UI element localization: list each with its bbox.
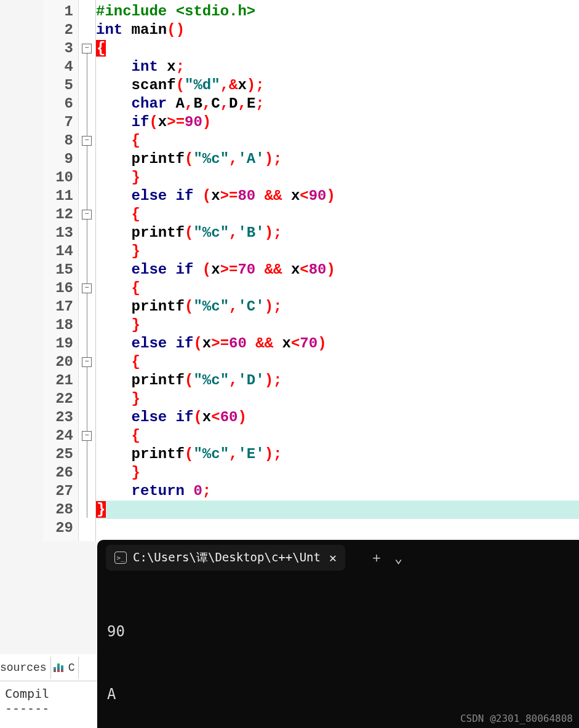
code-line[interactable]: printf("%c",'E'); — [96, 445, 579, 464]
terminal-body[interactable]: 90 A -------------------------------- Pr… — [97, 576, 579, 728]
chevron-down-icon[interactable]: ⌄ — [394, 550, 402, 566]
fold-toggle-icon[interactable]: − — [82, 210, 92, 220]
line-number: 18 — [43, 316, 78, 334]
plus-icon[interactable]: ＋ — [370, 548, 383, 567]
code-line[interactable]: else if(x>=60 && x<70) — [96, 334, 579, 353]
terminal-tab[interactable]: >_ C:\Users\谭\Desktop\c++\Unt ✕ — [106, 545, 345, 571]
code-editor[interactable]: 1234567891011121314151617181920212223242… — [0, 0, 579, 541]
terminal-titlebar[interactable]: >_ C:\Users\谭\Desktop\c++\Unt ✕ ＋ ⌄ — [97, 540, 579, 576]
fold-column[interactable]: −−−−−− — [79, 0, 96, 541]
code-line[interactable]: } — [96, 464, 579, 482]
code-line[interactable]: { — [96, 205, 579, 224]
terminal-output-line: A — [107, 684, 569, 705]
code-line[interactable]: int main() — [96, 21, 579, 39]
line-number: 2 — [43, 21, 78, 39]
line-number: 19 — [43, 334, 78, 353]
code-line[interactable]: char A,B,C,D,E; — [96, 95, 579, 113]
code-line[interactable]: else if (x>=70 && x<80) — [96, 261, 579, 279]
code-line[interactable]: { — [96, 279, 579, 298]
code-line[interactable]: printf("%c",'A'); — [96, 150, 579, 168]
line-number: 15 — [43, 261, 78, 279]
terminal-input-line: 90 — [107, 621, 569, 642]
code-line[interactable]: else if (x>=80 && x<90) — [96, 187, 579, 205]
watermark: CSDN @2301_80064808 — [460, 713, 573, 724]
line-number: 24 — [43, 427, 78, 445]
line-number: 5 — [43, 76, 78, 95]
tab-compile-label: C — [68, 662, 75, 674]
code-line[interactable] — [96, 519, 579, 537]
tab-compile-log[interactable]: C — [51, 657, 79, 679]
line-number: 20 — [43, 353, 78, 371]
code-line[interactable]: printf("%c",'B'); — [96, 224, 579, 242]
terminal-icon: >_ — [114, 552, 127, 564]
line-number: 23 — [43, 408, 78, 427]
code-line[interactable]: { — [96, 39, 579, 58]
code-line[interactable]: { — [96, 427, 579, 445]
line-number: 14 — [43, 242, 78, 261]
line-number: 27 — [43, 482, 78, 501]
line-number: 4 — [43, 58, 78, 76]
close-icon[interactable]: ✕ — [329, 550, 337, 565]
compiler-panel: Compil ------ — [0, 681, 97, 721]
line-number: 25 — [43, 445, 78, 464]
code-line[interactable]: } — [96, 168, 579, 187]
line-number: 26 — [43, 464, 78, 482]
bottom-panel: sources C Compil ------ — [0, 654, 97, 728]
compiler-dashes: ------ — [5, 701, 92, 716]
line-number: 17 — [43, 298, 78, 316]
code-line[interactable]: else if(x<60) — [96, 408, 579, 427]
code-line[interactable]: } — [96, 316, 579, 334]
code-line[interactable]: } — [96, 242, 579, 261]
line-number-gutter: 1234567891011121314151617181920212223242… — [43, 0, 79, 541]
code-line[interactable]: { — [96, 353, 579, 371]
line-number: 12 — [43, 205, 78, 224]
barchart-icon — [51, 663, 66, 672]
code-line[interactable]: printf("%c",'D'); — [96, 371, 579, 390]
fold-toggle-icon[interactable]: − — [82, 136, 92, 146]
line-number: 10 — [43, 168, 78, 187]
line-number: 11 — [43, 187, 78, 205]
code-line[interactable]: } — [96, 390, 579, 408]
compiler-panel-label: Compil — [5, 686, 92, 701]
tab-sources[interactable]: sources — [0, 657, 51, 679]
line-number: 8 — [43, 132, 78, 150]
left-margin — [0, 0, 43, 541]
fold-toggle-icon[interactable]: − — [82, 431, 92, 441]
fold-toggle-icon[interactable]: − — [82, 357, 92, 367]
line-number: 16 — [43, 279, 78, 298]
code-line[interactable]: int x; — [96, 58, 579, 76]
line-number: 29 — [43, 519, 78, 537]
line-number: 13 — [43, 224, 78, 242]
terminal-tab-title: C:\Users\谭\Desktop\c++\Unt — [133, 550, 321, 566]
line-number: 21 — [43, 371, 78, 390]
fold-toggle-icon[interactable]: − — [82, 44, 92, 53]
fold-toggle-icon[interactable]: − — [82, 283, 92, 293]
line-number: 22 — [43, 390, 78, 408]
code-line[interactable]: #include <stdio.h> — [96, 2, 579, 21]
line-number: 6 — [43, 95, 78, 113]
terminal-window[interactable]: >_ C:\Users\谭\Desktop\c++\Unt ✕ ＋ ⌄ 90 A… — [97, 540, 579, 728]
line-number: 1 — [43, 2, 78, 21]
code-area[interactable]: #include <stdio.h>int main(){ int x; sca… — [96, 0, 579, 541]
code-line[interactable]: scanf("%d",&x); — [96, 76, 579, 95]
code-line[interactable]: printf("%c",'C'); — [96, 298, 579, 316]
line-number: 9 — [43, 150, 78, 168]
code-line[interactable]: if(x>=90) — [96, 113, 579, 132]
code-line[interactable]: } — [96, 501, 579, 519]
line-number: 28 — [43, 501, 78, 519]
code-line[interactable]: { — [96, 132, 579, 150]
line-number: 3 — [43, 39, 78, 58]
tab-sources-label: sources — [0, 662, 47, 674]
line-number: 7 — [43, 113, 78, 132]
code-line[interactable]: return 0; — [96, 482, 579, 501]
